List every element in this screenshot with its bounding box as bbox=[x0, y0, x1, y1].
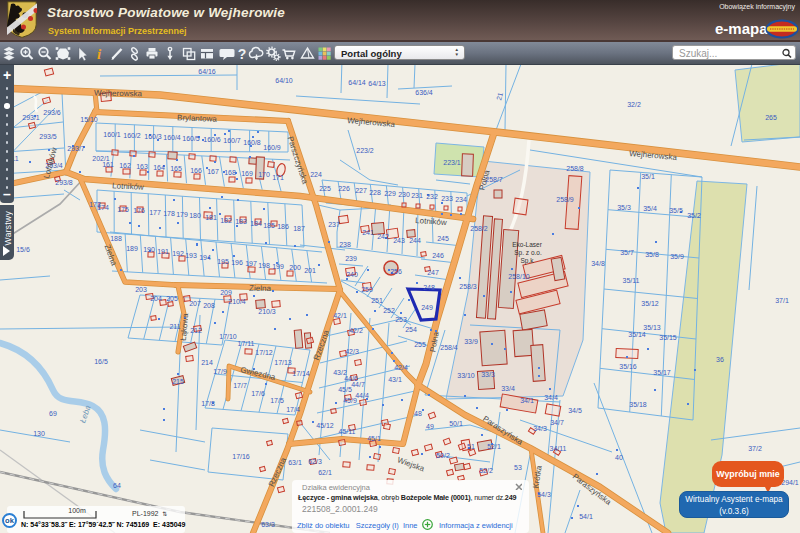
svg-text:199: 199 bbox=[272, 263, 284, 270]
svg-text:160/9: 160/9 bbox=[263, 144, 281, 151]
svg-text:232: 232 bbox=[426, 193, 438, 200]
svg-text:42/3: 42/3 bbox=[345, 348, 359, 355]
svg-text:48: 48 bbox=[414, 410, 422, 417]
svg-text:37/2: 37/2 bbox=[748, 445, 762, 452]
svg-text:225: 225 bbox=[319, 185, 331, 192]
svg-text:35/3: 35/3 bbox=[617, 204, 631, 211]
svg-text:209: 209 bbox=[220, 289, 232, 296]
svg-text:33/4: 33/4 bbox=[501, 385, 515, 392]
svg-text:240: 240 bbox=[346, 271, 358, 278]
svg-text:160/5: 160/5 bbox=[182, 135, 200, 142]
svg-text:51: 51 bbox=[467, 443, 475, 450]
svg-text:35/4: 35/4 bbox=[643, 205, 657, 212]
svg-text:293/8: 293/8 bbox=[55, 179, 73, 186]
svg-text:17/13: 17/13 bbox=[274, 359, 292, 366]
svg-text:198: 198 bbox=[258, 262, 270, 269]
svg-text:64/10: 64/10 bbox=[275, 77, 293, 84]
svg-text:42/4: 42/4 bbox=[394, 364, 408, 371]
svg-text:35/16: 35/16 bbox=[619, 363, 637, 370]
svg-text:35/1: 35/1 bbox=[641, 173, 655, 180]
svg-text:251: 251 bbox=[371, 297, 383, 304]
svg-text:160/2: 160/2 bbox=[123, 132, 141, 139]
svg-text:62/1: 62/1 bbox=[318, 469, 332, 476]
svg-text:215: 215 bbox=[172, 378, 184, 385]
svg-text:185: 185 bbox=[263, 222, 275, 229]
svg-text:33/10: 33/10 bbox=[457, 372, 475, 379]
svg-text:40: 40 bbox=[615, 454, 623, 461]
svg-text:179: 179 bbox=[176, 211, 188, 218]
svg-text:35/8: 35/8 bbox=[645, 251, 659, 258]
svg-text:45/12: 45/12 bbox=[316, 422, 334, 429]
svg-text:256: 256 bbox=[390, 268, 402, 275]
svg-text:636/4: 636/4 bbox=[415, 89, 433, 96]
svg-text:230: 230 bbox=[398, 191, 410, 198]
svg-text:49: 49 bbox=[426, 423, 434, 430]
svg-text:190: 190 bbox=[143, 246, 155, 253]
svg-text:187: 187 bbox=[293, 225, 305, 232]
svg-text:212: 212 bbox=[190, 327, 202, 334]
svg-text:193: 193 bbox=[185, 252, 197, 259]
svg-text:243: 243 bbox=[393, 237, 405, 244]
svg-text:Brylantowa: Brylantowa bbox=[177, 113, 217, 123]
svg-text:191: 191 bbox=[157, 248, 169, 255]
svg-text:i: i bbox=[97, 46, 102, 62]
svg-text:17/6: 17/6 bbox=[251, 390, 265, 397]
svg-text:258/2: 258/2 bbox=[470, 225, 488, 232]
svg-text:208: 208 bbox=[203, 302, 215, 309]
svg-text:34/7: 34/7 bbox=[550, 419, 564, 426]
svg-text:255: 255 bbox=[414, 341, 426, 348]
svg-text:64/16: 64/16 bbox=[198, 68, 216, 75]
svg-text:197: 197 bbox=[245, 260, 257, 267]
svg-text:201: 201 bbox=[304, 267, 316, 274]
svg-text:17/5: 17/5 bbox=[270, 397, 284, 404]
svg-text:160/3: 160/3 bbox=[144, 133, 162, 140]
svg-text:210/3: 210/3 bbox=[258, 308, 276, 315]
svg-text:Zielna: Zielna bbox=[249, 284, 271, 293]
svg-text:35/17: 35/17 bbox=[653, 369, 671, 376]
svg-text:249: 249 bbox=[421, 304, 433, 311]
svg-text:196: 196 bbox=[231, 259, 243, 266]
svg-text:234: 234 bbox=[455, 196, 467, 203]
svg-text:35/14: 35/14 bbox=[628, 331, 646, 338]
svg-text:160/1: 160/1 bbox=[103, 131, 121, 138]
svg-text:17/10: 17/10 bbox=[219, 333, 237, 340]
svg-text:194: 194 bbox=[199, 254, 211, 261]
svg-text:34/11: 34/11 bbox=[550, 445, 567, 452]
svg-text:69: 69 bbox=[49, 410, 57, 417]
svg-text:17/11: 17/11 bbox=[238, 340, 255, 347]
svg-text:17/9: 17/9 bbox=[213, 368, 227, 375]
svg-text:168: 168 bbox=[224, 169, 236, 176]
svg-text:161: 161 bbox=[102, 161, 114, 168]
svg-text:207: 207 bbox=[189, 300, 201, 307]
svg-text:162: 162 bbox=[119, 162, 131, 169]
svg-text:182: 182 bbox=[220, 217, 232, 224]
svg-text:54/3: 54/3 bbox=[537, 491, 551, 498]
svg-text:15/10: 15/10 bbox=[80, 116, 98, 123]
svg-text:16/5: 16/5 bbox=[94, 358, 108, 365]
svg-text:250: 250 bbox=[361, 286, 373, 293]
svg-text:293/7: 293/7 bbox=[67, 145, 85, 152]
svg-text:223/1: 223/1 bbox=[443, 159, 461, 166]
svg-text:35/7: 35/7 bbox=[620, 249, 634, 256]
svg-text:35/15: 35/15 bbox=[659, 334, 677, 341]
svg-text:43/1: 43/1 bbox=[388, 376, 402, 383]
svg-text:62/3: 62/3 bbox=[308, 458, 322, 465]
svg-text:258/3: 258/3 bbox=[459, 283, 477, 290]
svg-text:17/8: 17/8 bbox=[201, 400, 215, 407]
svg-text:34/3: 34/3 bbox=[533, 425, 547, 432]
svg-text:64/13: 64/13 bbox=[368, 80, 386, 87]
svg-text:238: 238 bbox=[339, 241, 351, 248]
svg-text:247: 247 bbox=[427, 269, 439, 276]
svg-text:44/4: 44/4 bbox=[355, 392, 369, 399]
svg-text:34/5: 34/5 bbox=[568, 407, 582, 414]
svg-text:246: 246 bbox=[432, 252, 444, 259]
svg-text:164: 164 bbox=[153, 164, 165, 171]
svg-text:17/4: 17/4 bbox=[286, 406, 300, 413]
svg-text:?: ? bbox=[238, 46, 247, 62]
svg-text:167: 167 bbox=[207, 168, 219, 175]
svg-text:204: 204 bbox=[150, 295, 162, 302]
svg-text:176: 176 bbox=[133, 207, 145, 214]
svg-text:160/6: 160/6 bbox=[203, 136, 221, 143]
svg-text:294/1: 294/1 bbox=[781, 479, 799, 486]
svg-text:231: 231 bbox=[411, 192, 423, 199]
